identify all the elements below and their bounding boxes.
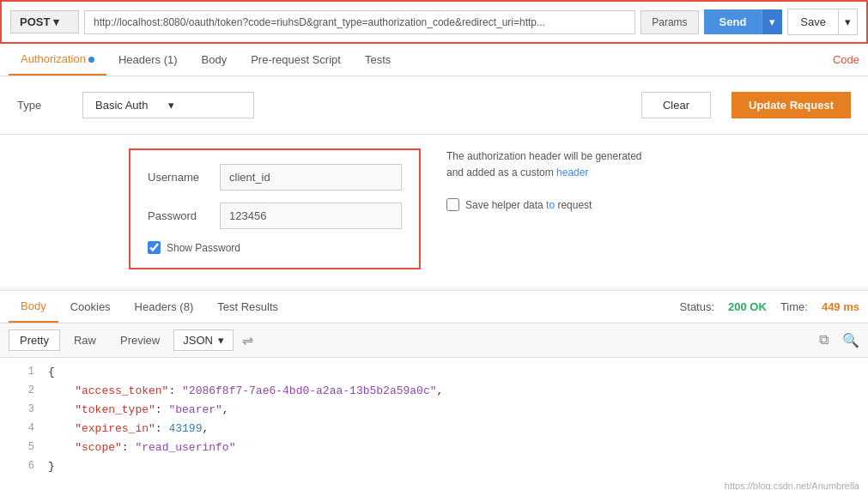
response-section: Body Cookies Headers (8) Test Results St… [0, 290, 868, 490]
username-input[interactable] [220, 164, 402, 191]
save-helper-checkbox[interactable] [446, 198, 459, 211]
credentials-section: Username Password Show Password The auth… [0, 135, 868, 287]
save-dropdown-button[interactable]: ▾ [839, 9, 858, 35]
search-icon[interactable]: 🔍 [842, 332, 859, 348]
password-input[interactable] [220, 203, 402, 229]
tab-headers[interactable]: Headers (1) [106, 45, 190, 75]
authorization-dot [88, 57, 94, 63]
json-line-6: 6 } [0, 457, 868, 476]
response-status-bar: Status: 200 OK Time: 449 ms [680, 300, 859, 313]
type-row: Type Basic Auth ▾ Clear Update Request [17, 92, 851, 118]
show-password-label: Show Password [167, 242, 240, 254]
auth-info-text: The authorization header will be generat… [446, 148, 653, 181]
tab-pre-request-script[interactable]: Pre-request Script [239, 45, 353, 75]
tab-body[interactable]: Body [190, 45, 240, 75]
username-row: Username [148, 164, 402, 191]
clear-button[interactable]: Clear [641, 92, 711, 118]
response-tab-test-results[interactable]: Test Results [205, 292, 290, 322]
status-label: Status: [680, 300, 714, 313]
json-line-3: 3 "token_type": "bearer", [0, 401, 868, 420]
credentials-info-panel: The authorization header will be generat… [446, 148, 653, 211]
response-tab-headers[interactable]: Headers (8) [123, 292, 206, 322]
pretty-button[interactable]: Pretty [9, 330, 60, 351]
send-button[interactable]: Send [704, 9, 762, 34]
response-tab-body[interactable]: Body [9, 291, 58, 323]
status-value: 200 OK [728, 300, 767, 313]
json-line-4: 4 "expires_in": 43199, [0, 420, 868, 439]
save-helper-row: Save helper data to request [446, 198, 653, 211]
send-button-group: Send ▾ [704, 9, 783, 34]
format-bar: Pretty Raw Preview JSON ▾ ⇌ ⧉ 🔍 [0, 324, 868, 358]
type-label: Type [17, 99, 69, 112]
format-icons-right: ⧉ 🔍 [814, 332, 859, 348]
format-chevron-icon: ▾ [218, 334, 224, 347]
wrap-icon[interactable]: ⇌ [242, 332, 253, 348]
tab-tests[interactable]: Tests [353, 45, 403, 75]
code-link[interactable]: Code [833, 45, 859, 75]
type-value: Basic Auth [95, 99, 168, 112]
show-password-checkbox[interactable] [148, 241, 161, 254]
tab-authorization[interactable]: Authorization [9, 44, 106, 76]
type-chevron-icon: ▾ [168, 99, 241, 112]
method-chevron-icon: ▾ [53, 15, 59, 28]
format-select[interactable]: JSON ▾ [173, 330, 234, 351]
watermark: https://blog.csdn.net/Anumbrella [0, 477, 868, 490]
json-line-1: 1 { [0, 363, 868, 382]
time-label: Time: [780, 300, 808, 313]
request-bar: POST ▾ Params Send ▾ Save ▾ [0, 0, 868, 44]
update-request-button[interactable]: Update Request [731, 92, 851, 118]
json-output: 1 { 2 "access_token": "2086f8f7-7ae6-4bd… [0, 358, 868, 477]
show-password-row: Show Password [148, 241, 402, 254]
password-label: Password [148, 209, 208, 222]
response-tab-cookies[interactable]: Cookies [58, 292, 123, 322]
header-link[interactable]: header [556, 166, 588, 178]
params-button[interactable]: Params [640, 10, 698, 34]
json-line-2: 2 "access_token": "2086f8f7-7ae6-4bd0-a2… [0, 382, 868, 401]
request-tab-bar: Authorization Headers (1) Body Pre-reque… [0, 44, 868, 76]
json-line-5: 5 "scope": "read_userinfo" [0, 439, 868, 457]
preview-button[interactable]: Preview [110, 330, 170, 350]
password-row: Password [148, 203, 402, 229]
response-tab-bar: Body Cookies Headers (8) Test Results St… [0, 291, 868, 324]
username-label: Username [148, 171, 208, 184]
method-label: POST [20, 15, 50, 28]
method-select[interactable]: POST ▾ [10, 10, 79, 33]
save-button-group: Save ▾ [787, 9, 858, 35]
time-value: 449 ms [822, 300, 859, 313]
raw-button[interactable]: Raw [64, 330, 106, 350]
format-value: JSON [183, 334, 213, 347]
credentials-form: Username Password Show Password [129, 148, 421, 269]
save-button[interactable]: Save [787, 9, 839, 35]
auth-type-section: Type Basic Auth ▾ Clear Update Request [0, 76, 868, 135]
save-helper-label: Save helper data to request [465, 199, 592, 211]
url-input[interactable] [84, 10, 635, 34]
type-select[interactable]: Basic Auth ▾ [82, 92, 254, 118]
send-dropdown-button[interactable]: ▾ [762, 9, 782, 34]
copy-icon[interactable]: ⧉ [819, 332, 829, 348]
